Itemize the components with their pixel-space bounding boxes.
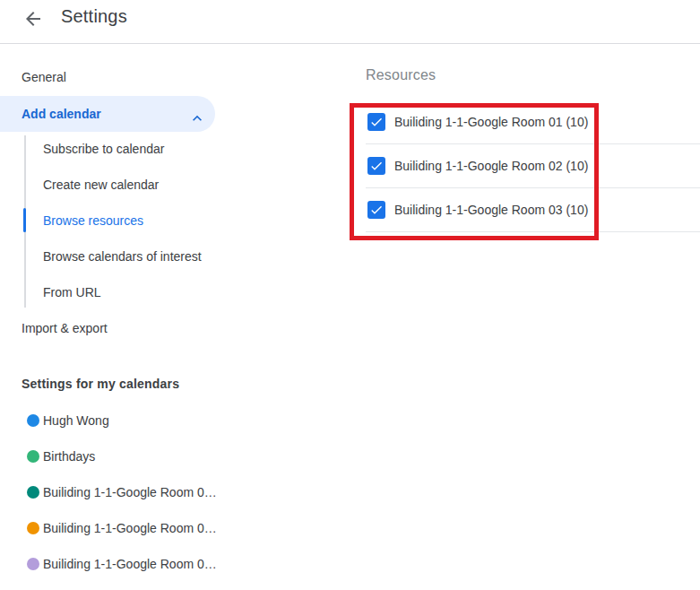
calendar-color-dot-icon (27, 414, 39, 427)
sidebar-item-browse-calendars-of-interest[interactable]: Browse calendars of interest (0, 239, 215, 274)
calendar-list-item[interactable]: Hugh Wong (0, 403, 242, 438)
page-title: Settings (61, 4, 127, 29)
my-calendars-heading: Settings for my calendars (22, 370, 179, 397)
calendar-list-item[interactable]: Builiding 1-1-Google Room 0… (0, 546, 242, 582)
sidebar-item-import-export[interactable]: Import & export (0, 310, 215, 346)
resource-label: Builiding 1-1-Google Room 03 (10) (394, 188, 588, 231)
calendar-list-item[interactable]: Builiding 1-1-Google Room 0… (0, 474, 242, 510)
sidebar-item-label: Subscribe to calendar (43, 142, 164, 156)
sidebar-item-from-url[interactable]: From URL (0, 274, 215, 310)
resources-heading: Resources (366, 67, 436, 83)
resource-label: Builiding 1-1-Google Room 02 (10) (394, 144, 588, 187)
sidebar-item-subscribe-to-calendar[interactable]: Subscribe to calendar (0, 131, 215, 167)
resource-checkbox[interactable] (367, 157, 385, 175)
sidebar-item-add-calendar[interactable]: Add calendar (0, 96, 215, 132)
checkmark-icon (369, 159, 384, 173)
resource-row: Builiding 1-1-Google Room 02 (10) (366, 144, 700, 188)
resource-row: Builiding 1-1-Google Room 03 (10) (366, 188, 700, 232)
resource-checkbox[interactable] (367, 113, 385, 131)
sidebar-item-label: Browse resources (43, 213, 143, 228)
calendar-list-item-label: Birthdays (43, 438, 95, 474)
calendar-list-item-label: Hugh Wong (43, 403, 109, 438)
calendar-list-item-label: Builiding 1-1-Google Room 0… (43, 510, 217, 546)
sidebar-item-label: Browse calendars of interest (43, 249, 202, 264)
sidebar-item-label: Add calendar (22, 107, 101, 121)
checkmark-icon (369, 115, 384, 129)
sidebar-item-label: Import & export (22, 321, 108, 335)
calendar-list-item-label: Builiding 1-1-Google Room 0… (43, 474, 217, 510)
sidebar-item-general[interactable]: General (0, 59, 215, 95)
sidebar-item-create-new-calendar[interactable]: Create new calendar (0, 167, 215, 203)
arrow-left-icon (22, 8, 44, 30)
back-button[interactable] (20, 5, 47, 32)
sidebar-item-browse-resources[interactable]: Browse resources (0, 203, 215, 239)
calendar-list-item[interactable]: Birthdays (0, 438, 242, 474)
checkmark-icon (369, 203, 384, 217)
calendar-list-item-label: Builiding 1-1-Google Room 0… (43, 546, 217, 582)
calendar-color-dot-icon (27, 522, 39, 534)
calendar-color-dot-icon (27, 450, 39, 463)
calendar-color-dot-icon (27, 486, 39, 499)
calendar-color-dot-icon (27, 558, 39, 570)
resource-checkbox[interactable] (367, 201, 385, 219)
calendar-list-item[interactable]: Builiding 1-1-Google Room 0… (0, 510, 242, 546)
sidebar-item-label: General (22, 70, 66, 84)
header-bar: Settings (0, 0, 700, 44)
resource-row: Builiding 1-1-Google Room 01 (10) (366, 100, 700, 144)
resource-label: Builiding 1-1-Google Room 01 (10) (394, 100, 588, 143)
sidebar-item-label: Create new calendar (43, 178, 159, 192)
sidebar-item-label: From URL (43, 285, 101, 299)
